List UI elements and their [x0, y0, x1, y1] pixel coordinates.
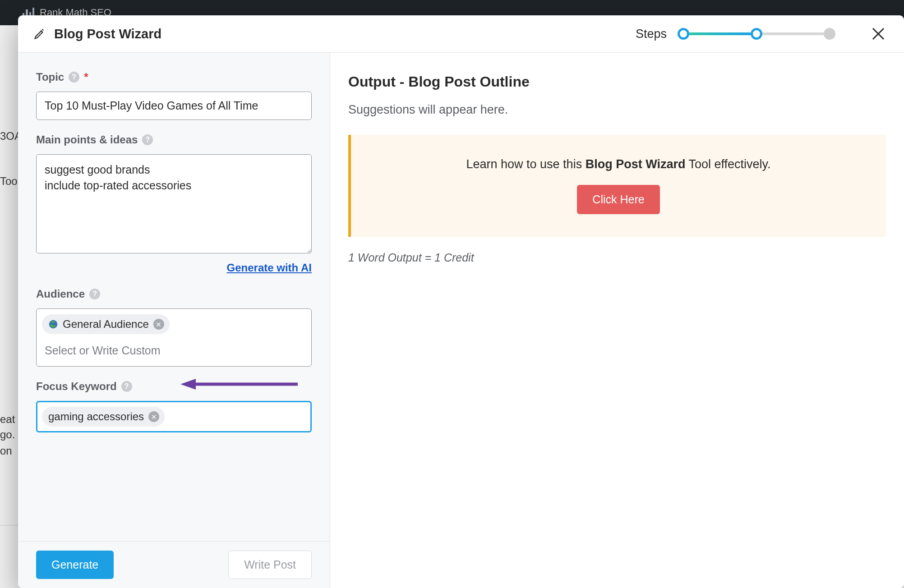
globe-icon: [48, 319, 58, 329]
audience-chip-label: General Audience: [63, 318, 149, 331]
help-icon[interactable]: ?: [142, 134, 153, 145]
main-points-field-group: Main points & ideas ? Generate with AI: [36, 133, 312, 274]
step-line-2: [762, 32, 824, 35]
blog-post-wizard-modal: Blog Post Wizard Steps Topic ? *: [18, 15, 904, 588]
close-button[interactable]: [871, 26, 886, 41]
bg-fragment: Too: [0, 175, 18, 188]
step-dot-3[interactable]: [824, 28, 835, 40]
main-points-label: Main points & ideas: [36, 133, 138, 146]
focus-keyword-input[interactable]: gaming accessories ✕: [36, 401, 312, 432]
click-here-button[interactable]: Click Here: [577, 185, 660, 214]
audience-placeholder: Select or Write Custom: [42, 342, 306, 361]
topic-label: Topic: [36, 71, 64, 83]
focus-keyword-field-group: Focus Keyword ? gaming accessories ✕: [36, 380, 312, 432]
steps-track: [678, 28, 835, 40]
audience-input[interactable]: General Audience ✕ Select or Write Custo…: [36, 308, 312, 367]
info-banner: Learn how to use this Blog Post Wizard T…: [348, 135, 886, 237]
remove-chip-icon[interactable]: ✕: [153, 319, 164, 330]
write-post-button[interactable]: Write Post: [228, 551, 312, 579]
output-subtitle: Suggestions will appear here.: [348, 103, 886, 117]
credit-note: 1 Word Output = 1 Credit: [348, 251, 886, 264]
modal-header: Blog Post Wizard Steps: [18, 15, 904, 53]
step-dot-2[interactable]: [751, 28, 762, 40]
modal-body: Topic ? * Main points & ideas ? Generate…: [18, 53, 904, 588]
pencil-icon: [33, 28, 46, 40]
audience-chip: General Audience ✕: [42, 314, 170, 334]
steps-label: Steps: [636, 27, 667, 41]
topic-input[interactable]: [36, 92, 312, 120]
bg-fragment: on: [0, 445, 12, 457]
help-icon[interactable]: ?: [89, 289, 100, 299]
step-line-1: [689, 32, 751, 35]
topic-field-group: Topic ? *: [36, 71, 312, 120]
banner-text: Learn how to use this Blog Post Wizard T…: [369, 157, 868, 171]
audience-field-group: Audience ? General Audience: [36, 288, 312, 367]
focus-keyword-chip: gaming accessories ✕: [42, 407, 165, 427]
form-footer: Generate Write Post: [18, 541, 330, 588]
modal-title: Blog Post Wizard: [54, 27, 161, 41]
audience-label: Audience: [36, 288, 85, 300]
generate-button[interactable]: Generate: [36, 551, 114, 579]
bg-fragment: eat: [0, 413, 15, 426]
help-icon[interactable]: ?: [121, 381, 132, 392]
required-star: *: [84, 71, 88, 83]
remove-chip-icon[interactable]: ✕: [148, 411, 159, 422]
generate-with-ai-link[interactable]: Generate with AI: [36, 262, 312, 274]
focus-keyword-chip-label: gaming accessories: [48, 410, 144, 423]
steps-indicator: Steps: [636, 27, 835, 41]
focus-keyword-label: Focus Keyword: [36, 380, 117, 393]
form-panel: Topic ? * Main points & ideas ? Generate…: [18, 53, 330, 588]
step-dot-1[interactable]: [678, 28, 689, 40]
help-icon[interactable]: ?: [69, 72, 79, 83]
bg-fragment: go.: [0, 428, 15, 441]
output-panel: Output - Blog Post Outline Suggestions w…: [330, 53, 904, 588]
main-points-textarea[interactable]: [36, 154, 312, 253]
output-title: Output - Blog Post Outline: [348, 74, 886, 90]
